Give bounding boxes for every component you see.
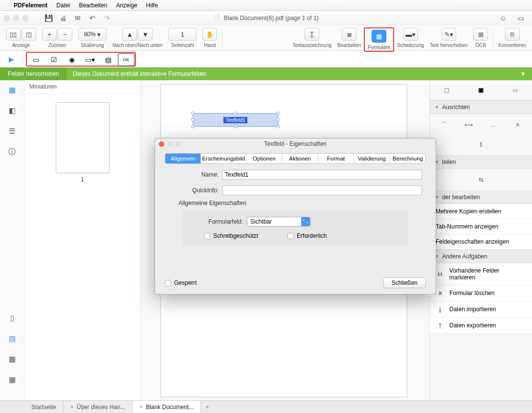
item-vorhandene-felder[interactable]: HVorhandene Felder markieren (430, 263, 532, 285)
menu-bearbeiten[interactable]: Bearbeiten (79, 2, 107, 9)
resize-handle[interactable] (191, 118, 195, 121)
resize-handle[interactable] (276, 118, 280, 121)
print-icon[interactable]: 🖨 (56, 13, 70, 23)
erforderlich-checkbox[interactable]: Erforderlich (288, 232, 327, 239)
radio-tool-icon[interactable]: ◉ (64, 53, 80, 66)
menu-anzeige[interactable]: Anzeige (116, 2, 137, 9)
tab-berechnung[interactable]: Berechnung (390, 154, 425, 163)
redo-icon[interactable]: ↷ (100, 13, 114, 23)
mark-fields-icon: H (436, 270, 444, 278)
item-tab-nummern[interactable]: Tab-Nummern anzeigen (430, 219, 532, 234)
page-down-button[interactable]: ▼ (138, 28, 153, 41)
app-name[interactable]: PDFelement (14, 2, 47, 9)
right-panel: ▢ ▣ ▭ ▼Ausrichten ⎴ ⟷ ⎵ ≡ ⫿ ▼teilen ⇆ ▼d… (429, 80, 532, 400)
panel-tab1-icon[interactable]: ▢ (442, 85, 452, 95)
item-formular-loeschen[interactable]: ✕Formular löschen (430, 285, 532, 301)
align-middle-icon[interactable]: ⟷ (464, 120, 474, 130)
tab-startseite[interactable]: Startseite (24, 401, 64, 413)
window-controls[interactable] (4, 15, 28, 21)
hand-tool-button[interactable]: ✋ (202, 28, 217, 41)
tab-optionen[interactable]: Optionen (246, 154, 282, 163)
section-andere[interactable]: ▼Andere Aufgaben (430, 250, 532, 263)
close-tab-icon[interactable]: × (70, 404, 74, 411)
quickinfo-input[interactable] (222, 185, 422, 195)
highlight-fields-button[interactable]: Felder hervorheben (0, 68, 67, 80)
edit-button[interactable]: ≣ (342, 28, 356, 41)
combobox-tool-icon[interactable]: ▭▾ (82, 53, 98, 66)
tab-ueber[interactable]: ×Über dieses Han... (64, 401, 133, 413)
align-bottom-icon[interactable]: ⎵ (488, 120, 498, 130)
attachments-icon[interactable]: ▯ (7, 313, 17, 323)
new-tab-button[interactable]: + (201, 401, 214, 413)
resize-handle[interactable] (276, 112, 280, 115)
formulare-button[interactable]: ▦ (372, 30, 386, 43)
resize-handle[interactable] (191, 112, 195, 115)
tab-allgemein[interactable]: Allgemein (165, 154, 201, 163)
text-annotation-button[interactable]: T (305, 28, 319, 41)
resize-handle[interactable] (191, 125, 195, 128)
zoom-in-button[interactable]: + (42, 28, 57, 41)
section-felder[interactable]: ▼der bearbeiten (430, 190, 532, 204)
device-icon[interactable]: ▭ (514, 13, 528, 23)
panel-tab2-icon[interactable]: ▣ (476, 85, 486, 95)
zoom-level-select[interactable]: 80% ▾ (78, 28, 107, 41)
align-top-icon[interactable]: ⎴ (440, 120, 449, 130)
section-teilen[interactable]: ▼teilen (430, 155, 532, 169)
align-center-h-icon[interactable]: ≡ (513, 120, 523, 130)
item-daten-importieren[interactable]: ⭳Daten importieren (430, 301, 532, 318)
align-center-v-icon[interactable]: ⫿ (476, 139, 486, 149)
tab-aktionen[interactable]: Aktionen (282, 154, 318, 163)
button-tool-icon[interactable]: OK (118, 53, 134, 66)
user-icon[interactable]: ☺ (496, 13, 510, 23)
page-number-input[interactable]: 1 (168, 28, 197, 41)
convert-button[interactable]: ⎘ (505, 28, 520, 41)
view-sidebar-button[interactable]: ◫ (22, 28, 36, 41)
resize-handle[interactable] (234, 112, 237, 115)
item-feldeigenschaften[interactable]: Feldeigenschaften anzeigen (430, 234, 532, 250)
checkbox-tool-icon[interactable]: ☑ (45, 53, 62, 66)
tab-validierung[interactable]: Validierung (354, 154, 390, 163)
form-panel-icon[interactable]: ▤ (7, 334, 17, 344)
tab-blank-document[interactable]: ×Blank Document... (133, 401, 201, 413)
redaction-button[interactable]: ▬▾ (403, 28, 418, 41)
name-input[interactable] (222, 170, 422, 180)
info-icon[interactable]: ⓘ (7, 147, 17, 157)
resize-handle[interactable] (234, 125, 237, 128)
panel-tab3-icon[interactable]: ▭ (510, 85, 520, 95)
item-mehrere-kopien[interactable]: Mehrere Kopien erstellen (430, 204, 532, 219)
listbox-tool-icon[interactable]: ▤ (100, 53, 116, 66)
thumbnails-icon[interactable]: ▦ (7, 85, 17, 95)
dialog-window-controls[interactable] (159, 141, 181, 147)
item-daten-exportieren[interactable]: ⭱Daten exportieren (430, 318, 532, 334)
close-button[interactable]: Schließen (383, 277, 426, 288)
pointer-tool-icon[interactable]: ▶ (3, 53, 20, 66)
highlight-button[interactable]: ✎▾ (442, 28, 456, 41)
resize-handle[interactable] (276, 125, 280, 128)
distribute-icon[interactable]: ⇆ (476, 175, 486, 184)
schreibgeschuetzt-checkbox[interactable]: Schreibgeschützt (204, 232, 258, 239)
page-thumbnail[interactable] (56, 102, 110, 173)
textfield-tool-icon[interactable]: ▭ (27, 53, 44, 66)
tab-erscheinungsbild[interactable]: Erscheinungsbild (201, 154, 246, 163)
outline-icon[interactable]: ☰ (7, 126, 17, 136)
formularfeld-select[interactable]: Sichtbar ⌃⌄ (247, 217, 310, 227)
gesperrt-checkbox[interactable]: Gesperrt (165, 279, 197, 286)
section-ausrichten[interactable]: ▼Ausrichten (430, 100, 532, 114)
menu-hilfe[interactable]: Hilfe (146, 2, 158, 9)
save-icon[interactable]: 💾 (42, 13, 55, 23)
dialog-titlebar[interactable]: Textfeld - Eigenschaften (155, 138, 436, 149)
bookmarks-icon[interactable]: ◧ (7, 106, 17, 115)
tab-format[interactable]: Format (318, 154, 354, 163)
form-textfield[interactable]: Textfeld1 (193, 113, 278, 127)
zoom-out-button[interactable]: − (58, 28, 72, 41)
collapse-bar-icon[interactable]: ▼ (514, 70, 532, 77)
page-up-button[interactable]: ▲ (122, 28, 137, 41)
undo-icon[interactable]: ↶ (86, 13, 99, 23)
mail-icon[interactable]: ✉ (71, 13, 85, 23)
close-tab-icon[interactable]: × (139, 404, 143, 411)
menu-datei[interactable]: Datei (56, 2, 70, 9)
view-single-button[interactable]: ▯▯ (6, 28, 21, 41)
stamp-icon[interactable]: ▦ (7, 375, 17, 385)
grid-icon[interactable]: ▦ (7, 354, 17, 364)
ocr-button[interactable]: ⊞ (473, 28, 488, 41)
